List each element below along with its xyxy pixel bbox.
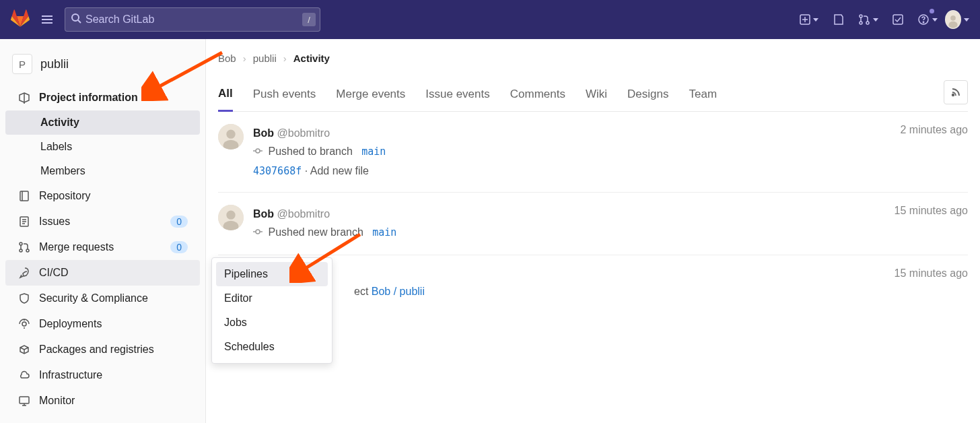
sidebar-sub-activity[interactable]: Activity	[5, 110, 200, 135]
tab-designs[interactable]: Designs	[627, 78, 668, 110]
project-header[interactable]: P publii	[0, 46, 205, 85]
branch-link[interactable]: main	[361, 145, 386, 158]
svg-point-20	[226, 130, 235, 139]
sidebar-sub-labels[interactable]: Labels	[5, 135, 200, 159]
main-content: Bob › publii › Activity All Push events …	[206, 39, 980, 423]
rss-button[interactable]	[944, 80, 968, 104]
monitor-icon	[18, 394, 31, 408]
svg-point-16	[22, 322, 26, 326]
repository-icon	[18, 189, 31, 203]
commit-message: Add new file	[310, 165, 369, 176]
svg-point-7	[923, 22, 923, 22]
event-action: Pushed new branch	[268, 226, 363, 238]
merge-requests-icon[interactable]	[856, 7, 880, 32]
slash-shortcut-badge: /	[302, 13, 316, 26]
svg-point-3	[860, 22, 862, 24]
breadcrumb-project[interactable]: publii	[253, 53, 277, 64]
cloud-icon	[18, 368, 31, 382]
svg-rect-11	[20, 191, 28, 201]
branch-link[interactable]: main	[372, 226, 396, 238]
chevron-right-icon: ›	[243, 53, 246, 64]
commit-icon	[253, 143, 262, 161]
breadcrumb-page: Activity	[293, 53, 330, 64]
event-time: 15 minutes ago	[895, 205, 968, 242]
event-avatar[interactable]	[218, 124, 244, 150]
svg-point-10	[948, 22, 957, 28]
svg-point-18	[952, 94, 954, 96]
svg-point-22	[256, 149, 260, 153]
cicd-flyout-menu: Pipelines Editor Jobs Schedules	[211, 257, 332, 364]
shield-icon	[18, 292, 31, 305]
sidebar-item-deployments[interactable]: Deployments	[5, 311, 200, 337]
tab-issue[interactable]: Issue events	[425, 78, 489, 110]
tab-push[interactable]: Push events	[253, 78, 316, 110]
project-info-icon	[18, 91, 31, 104]
sidebar-item-merge-requests[interactable]: Merge requests 0	[5, 234, 200, 260]
sidebar-item-issues[interactable]: Issues 0	[5, 209, 200, 234]
tab-wiki[interactable]: Wiki	[586, 78, 607, 110]
flyout-schedules[interactable]: Schedules	[216, 335, 328, 359]
sidebar-label: Packages and registries	[39, 344, 154, 356]
commit-icon	[253, 224, 262, 242]
top-navbar: /	[0, 0, 980, 39]
event-handle[interactable]: @bobmitro	[277, 208, 330, 220]
sidebar-item-repository[interactable]: Repository	[5, 183, 200, 209]
tab-comments[interactable]: Comments	[510, 78, 565, 110]
tab-merge[interactable]: Merge events	[336, 78, 405, 110]
flyout-jobs[interactable]: Jobs	[216, 311, 328, 335]
issues-icon[interactable]	[827, 7, 851, 32]
help-icon[interactable]	[915, 7, 940, 32]
sidebar-label: Deployments	[39, 318, 102, 330]
tab-team[interactable]: Team	[689, 78, 717, 110]
sidebar-item-cicd[interactable]: CI/CD	[5, 260, 200, 286]
commit-sha-link[interactable]: 4307668f	[253, 165, 302, 177]
event-handle[interactable]: @bobmitro	[277, 127, 330, 139]
chevron-right-icon: ›	[283, 53, 287, 64]
gitlab-logo-icon[interactable]	[11, 9, 30, 30]
event-author[interactable]: Bob	[253, 127, 274, 139]
flyout-pipelines[interactable]: Pipelines	[216, 262, 328, 286]
user-menu[interactable]	[945, 7, 969, 32]
sidebar-item-project-info[interactable]: Project information	[5, 85, 200, 110]
sidebar-item-security[interactable]: Security & Compliance	[5, 286, 200, 311]
event-action: Pushed to branch	[268, 145, 352, 157]
create-menu-button[interactable]	[797, 7, 821, 32]
svg-rect-5	[893, 15, 903, 24]
sidebar-sub-members[interactable]: Members	[5, 159, 200, 183]
svg-point-13	[20, 242, 22, 245]
flyout-editor[interactable]: Editor	[216, 286, 328, 311]
svg-point-24	[226, 211, 235, 220]
sidebar-label: Issues	[39, 216, 70, 228]
sidebar-label: Security & Compliance	[39, 292, 148, 304]
breadcrumb-owner[interactable]: Bob	[218, 53, 236, 64]
sidebar: P publii Project information Activity La…	[0, 39, 206, 423]
todos-icon[interactable]	[886, 7, 910, 32]
svg-point-15	[26, 249, 29, 252]
issues-icon	[18, 215, 31, 228]
activity-tabs: All Push events Merge events Issue event…	[218, 77, 968, 112]
mr-count-badge: 0	[170, 241, 188, 253]
svg-point-0	[72, 14, 79, 21]
svg-point-26	[256, 230, 260, 234]
activity-event: Bob @bobmitro Pushed new branch main 15 …	[218, 193, 968, 255]
sidebar-item-packages[interactable]: Packages and registries	[5, 337, 200, 362]
sidebar-item-monitor[interactable]: Monitor	[5, 388, 200, 414]
event-time: 15 minutes ago	[895, 267, 968, 300]
search-container[interactable]: /	[65, 7, 320, 32]
sidebar-label: Repository	[39, 190, 90, 202]
sidebar-label: Infrastructure	[39, 369, 102, 381]
tab-all[interactable]: All	[218, 77, 233, 112]
hamburger-icon[interactable]	[35, 7, 59, 32]
issues-count-badge: 0	[170, 216, 188, 228]
event-action-partial: ect	[354, 286, 372, 297]
project-name: publii	[40, 57, 69, 71]
svg-point-2	[860, 15, 862, 18]
sidebar-label: Project information	[39, 92, 138, 104]
svg-point-4	[866, 22, 869, 24]
event-avatar[interactable]	[218, 205, 244, 230]
sidebar-item-infrastructure[interactable]: Infrastructure	[5, 362, 200, 388]
project-link[interactable]: Bob / publii	[372, 286, 425, 297]
event-author[interactable]: Bob	[253, 208, 274, 220]
rocket-icon	[18, 266, 31, 280]
search-input[interactable]	[85, 13, 314, 26]
